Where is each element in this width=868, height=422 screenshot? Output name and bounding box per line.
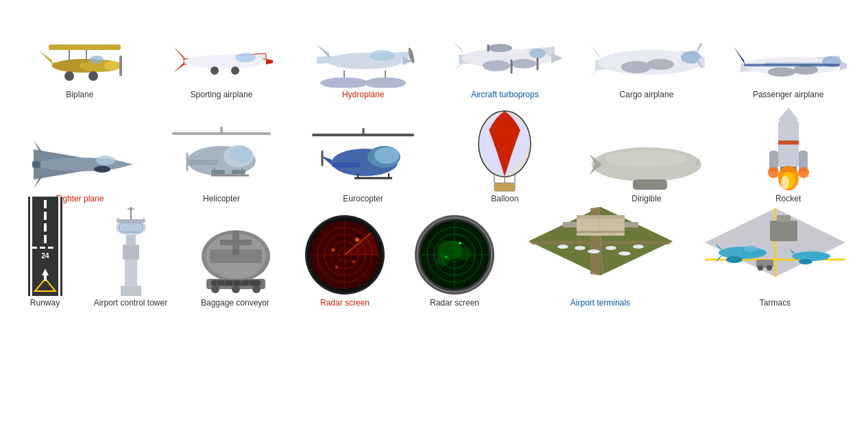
sporting-airplane-label: Sporting airplane [191,90,253,99]
tower-label: Airport control tower [94,298,167,308]
terminals-label: Airport terminals [570,298,630,308]
svg-marker-17 [173,62,185,73]
svg-rect-214 [556,231,645,233]
row3-ground: 24 Runway [5,203,863,308]
svg-marker-15 [266,59,273,64]
hydroplane-label: Hydroplane [342,90,384,99]
tower-icon [100,197,162,296]
passenger-image [730,12,847,88]
eurocopter-image [310,116,416,192]
passenger-cell: Passenger airplane [723,12,854,99]
svg-rect-204 [577,215,625,219]
svg-rect-66 [744,64,840,66]
svg-rect-1 [49,45,121,50]
svg-point-184 [335,266,338,269]
cargo-cell: Cargo airplane [581,12,712,99]
eurocopter-label: Eurocopter [343,194,383,203]
runway-image: 24 [25,207,66,296]
svg-point-42 [529,49,546,58]
svg-rect-151 [117,219,145,223]
rocket-cell: Rocket [723,103,854,203]
helicopter-cell: Helicopter [156,116,287,203]
radar1-image [302,221,388,296]
baggage-image [196,221,275,296]
svg-point-211 [618,251,631,256]
svg-marker-35 [551,53,562,63]
svg-point-210 [605,246,616,250]
cargo-label: Cargo airplane [620,90,674,99]
passenger-label: Passenger airplane [753,90,823,99]
svg-point-9 [88,71,98,81]
svg-point-229 [799,259,812,264]
row1-aircraft: Biplane [5,5,863,99]
terminals-icon [522,186,679,296]
svg-marker-48 [590,43,601,60]
dirigible-icon [588,144,705,192]
svg-text:24: 24 [41,252,49,260]
svg-rect-148 [121,223,141,232]
svg-rect-132 [44,212,47,220]
tarmac-image [701,207,849,296]
turboprops-icon [448,19,562,88]
svg-rect-120 [778,140,799,145]
helicopter-image [167,116,276,192]
svg-rect-142 [121,286,141,296]
helicopter-icon [167,123,276,192]
radar2-label: Radar screen [430,298,479,308]
svg-line-54 [698,43,701,50]
svg-rect-225 [777,215,791,222]
svg-point-39 [511,59,536,69]
biplane-cell: Biplane [14,12,145,99]
svg-rect-158 [210,249,262,263]
sporting-airplane-image [170,12,273,88]
svg-rect-206 [625,222,638,227]
eurocopter-cell: Eurocopter [298,116,429,203]
passenger-icon [730,36,847,88]
tarmac-icon [701,195,849,296]
row2-aircraft: Fighter plane [5,99,863,203]
svg-point-127 [798,167,809,178]
svg-point-126 [768,167,779,178]
baggage-icon [196,221,275,296]
radar1-cell: Radar screen [296,221,395,308]
svg-point-24 [365,77,406,88]
baggage-cell: Baggage conveyor [186,221,285,308]
svg-rect-129 [30,197,32,296]
svg-rect-131 [44,200,47,208]
svg-point-181 [355,238,359,242]
terminals-image [522,207,679,296]
svg-point-213 [633,245,644,249]
svg-rect-73 [32,161,40,168]
svg-rect-133 [44,223,47,232]
sporting-airplane-cell: Sporting airplane [156,12,287,99]
svg-point-63 [793,65,818,75]
svg-point-196 [436,255,450,266]
terminals-cell: Airport terminals [515,207,686,308]
svg-rect-128 [28,197,62,296]
svg-point-195 [455,247,472,260]
svg-point-51 [647,59,674,70]
turboprops-image [448,12,562,88]
fighter-image [27,137,133,192]
runway-cell: 24 Runway [14,207,76,308]
svg-point-38 [483,60,510,71]
radar1-icon [302,212,388,296]
rocket-image [754,103,823,192]
svg-point-23 [320,77,368,88]
biplane-icon [32,23,128,88]
radar2-image [412,221,498,296]
hydroplane-cell: Hydroplane [298,12,429,99]
rocket-icon [754,106,823,192]
runway-label: Runway [30,298,60,308]
tarmac-cell: Tarmacs [697,207,854,308]
svg-marker-116 [778,108,799,120]
svg-marker-37 [452,62,463,73]
svg-rect-163 [211,280,261,286]
svg-point-43 [487,44,512,52]
svg-point-91 [374,147,399,164]
svg-point-123 [781,176,789,190]
biplane-image [32,12,128,88]
tarmac-label: Tarmacs [760,298,791,308]
dirigible-image [588,137,705,192]
svg-point-208 [575,246,586,250]
